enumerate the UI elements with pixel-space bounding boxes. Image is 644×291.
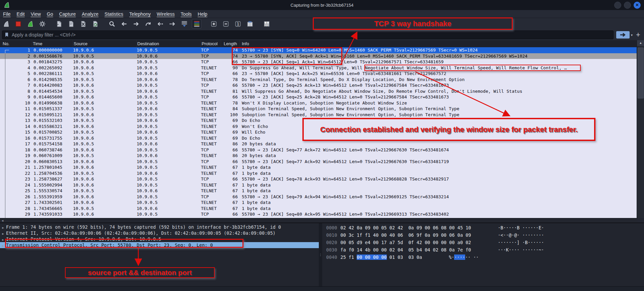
menu-view[interactable]: View xyxy=(28,11,44,17)
pane-divider-handle[interactable]: ⁞ xyxy=(319,223,322,287)
first-packet-icon[interactable] xyxy=(156,19,164,28)
zoom-in-icon[interactable] xyxy=(209,19,218,28)
detail-row[interactable]: ▶Frame 1: 74 bytes on wire (592 bits), 7… xyxy=(0,224,319,230)
menu-file[interactable]: File xyxy=(0,11,14,17)
packet-row[interactable]: 100.01499663810.9.0.610.9.0.5TELNET78Won… xyxy=(0,100,637,106)
packet-bytes-pane[interactable]: 000002 42 0a 09 00 05 02 420a 09 00 06 0… xyxy=(322,223,644,288)
packet-row[interactable]: 160.01573175510.9.0.610.9.0.5TELNET69Do … xyxy=(0,135,637,141)
column-header-no[interactable]: No. xyxy=(0,40,32,47)
packet-list-scrollbar[interactable]: ▲ ▼ xyxy=(637,40,644,218)
packet-row[interactable]: 271.74330250110.9.0.610.9.0.5TELNET671 b… xyxy=(0,200,637,206)
auto-scroll-icon[interactable] xyxy=(180,19,189,28)
capture-options-icon[interactable] xyxy=(38,19,47,28)
packet-cell-proto: TELNET xyxy=(201,106,221,112)
go-to-packet-icon[interactable] xyxy=(144,19,152,28)
reload-file-icon[interactable] xyxy=(91,19,99,28)
menu-edit[interactable]: Edit xyxy=(14,11,28,17)
apply-filter-button[interactable] xyxy=(616,31,630,39)
close-file-icon[interactable] xyxy=(79,19,87,28)
resize-columns-icon[interactable] xyxy=(245,19,254,28)
packet-row[interactable]: 150.01570085210.9.0.510.9.0.6TELNET69Wil… xyxy=(0,129,637,135)
stop-capture-icon[interactable] xyxy=(14,19,22,28)
packet-row[interactable]: 200.06083051310.9.0.610.9.0.5TCP6655780 … xyxy=(0,159,637,165)
packet-row[interactable]: 241.55500299410.9.0.610.9.0.5TELNET671 b… xyxy=(0,182,637,188)
detail-row[interactable]: ▶Transmission Control Protocol, Src Port… xyxy=(0,242,319,248)
column-header-time[interactable]: Time xyxy=(32,40,73,47)
filter-dropdown-caret[interactable]: ▾ xyxy=(631,33,633,37)
packet-cell-time: 1.258738627 xyxy=(32,176,73,182)
packet-cell-no: 22 xyxy=(7,170,32,176)
scroll-up-icon[interactable]: ▲ xyxy=(637,40,644,46)
add-filter-button[interactable]: + xyxy=(636,31,640,39)
find-packet-icon[interactable] xyxy=(108,19,116,28)
menu-capture[interactable]: Capture xyxy=(56,11,79,17)
menu-tools[interactable]: Tools xyxy=(178,11,195,17)
detail-row[interactable]: ▶Ethernet II, Src: 02:42:0a:09:00:06 (02… xyxy=(0,230,319,236)
packet-row[interactable]: 211.25780104510.9.0.610.9.0.5TELNET671 b… xyxy=(0,164,637,170)
layout-icon[interactable]: 123 xyxy=(262,19,271,28)
go-forward-icon[interactable] xyxy=(132,19,140,28)
packet-list-hscrollbar[interactable]: ◄ xyxy=(0,218,638,223)
column-header-destination[interactable]: Destination xyxy=(137,40,201,47)
zoom-out-icon[interactable] xyxy=(221,19,230,28)
column-header-source[interactable]: Source xyxy=(73,40,137,47)
minimize-button[interactable] xyxy=(614,2,621,9)
start-capture-icon[interactable] xyxy=(2,19,10,28)
zoom-reset-icon[interactable]: 1 xyxy=(233,19,242,28)
hex-row[interactable]: 004025 f1 00 00 00 00 01 0303 0a%·······… xyxy=(326,253,644,261)
menu-analyze[interactable]: Analyze xyxy=(79,11,101,17)
save-file-icon[interactable] xyxy=(67,19,75,28)
packet-row[interactable]: 281.74345666510.9.0.510.9.0.6TELNET671 b… xyxy=(0,206,637,212)
packet-row[interactable]: 170.01575415810.9.0.510.9.0.6TELNET8620 … xyxy=(0,141,637,147)
packet-row[interactable]: 190.06076100910.9.0.510.9.0.6TELNET8620 … xyxy=(0,153,637,159)
packet-row[interactable]: 120.01509512110.9.0.610.9.0.5TELNET100Su… xyxy=(0,112,637,118)
packet-row[interactable]: 50.00228611110.9.0.510.9.0.6TCP6623 → 55… xyxy=(0,71,637,77)
column-header-length[interactable]: Length xyxy=(221,40,240,47)
packet-row[interactable]: 40.00226509210.9.0.610.9.0.5TELNET90Do S… xyxy=(0,65,637,71)
hex-ascii-group2: ······~· xyxy=(522,247,544,252)
packet-row[interactable]: 60.01429853510.9.0.510.9.0.6TELNET78Do T… xyxy=(0,77,637,83)
menu-telephony[interactable]: Telephony xyxy=(126,11,154,17)
expand-triangle-icon[interactable]: ▶ xyxy=(0,243,6,249)
packet-row[interactable]: 80.01445453410.9.0.510.9.0.6TELNET81Will… xyxy=(0,88,637,94)
packet-row[interactable]: 10.00000000010.9.0.610.9.0.5TCP7455780 →… xyxy=(0,47,637,53)
packet-row[interactable]: 20.00156867610.9.0.510.9.0.6TCP7423 → 55… xyxy=(0,53,637,59)
scrollbar-thumb[interactable] xyxy=(638,48,644,98)
packet-row[interactable]: 140.01558632110.9.0.610.9.0.5TELNET69Won… xyxy=(0,124,637,130)
colorize-icon[interactable] xyxy=(192,19,201,28)
display-filter-field[interactable] xyxy=(2,30,614,39)
last-packet-icon[interactable] xyxy=(168,19,176,28)
menu-statistics[interactable]: Statistics xyxy=(101,11,126,17)
packet-row[interactable]: 130.01553210310.9.0.510.9.0.6TELNET69Do … xyxy=(0,118,637,124)
packet-row[interactable]: 90.01446560010.9.0.610.9.0.5TCP6655780 →… xyxy=(0,94,637,100)
packet-row[interactable]: 291.74359103310.9.0.610.9.0.5TCP6655780 … xyxy=(0,211,637,217)
restart-capture-icon[interactable] xyxy=(26,19,34,28)
packet-cell-time: 0.060761009 xyxy=(32,153,73,159)
packet-row[interactable]: 110.01505133710.9.0.510.9.0.6TELNET84Sub… xyxy=(0,106,637,112)
packet-row[interactable]: 70.01442008310.9.0.610.9.0.5TCP6655780 →… xyxy=(0,82,637,88)
packet-row[interactable]: 221.25870453610.9.0.510.9.0.6TELNET671 b… xyxy=(0,170,637,176)
packet-cell-proto: TCP xyxy=(201,82,221,88)
packet-row[interactable]: 30.00184327510.9.0.610.9.0.5TCP6655780 →… xyxy=(0,59,637,65)
column-header-protocol[interactable]: Protocol xyxy=(201,40,221,47)
close-button[interactable]: ✕ xyxy=(634,2,641,9)
packet-row[interactable]: 251.55533057410.9.0.510.9.0.6TELNET671 b… xyxy=(0,188,637,194)
hex-row[interactable]: 0030fa f0 14 4b 00 00 02 0405 b4 04 02 0… xyxy=(326,246,644,253)
maximize-button[interactable] xyxy=(624,2,631,9)
hex-row[interactable]: 000002 42 0a 09 00 05 02 420a 09 00 06 0… xyxy=(326,224,644,231)
menu-help[interactable]: Help xyxy=(195,11,210,17)
menu-go[interactable]: Go xyxy=(44,11,56,17)
packet-row[interactable]: 180.06073874610.9.0.610.9.0.5TCP6655780 … xyxy=(0,147,637,153)
hex-row[interactable]: 002000 05 d9 e4 00 17 a7 5d0f 42 00 00 0… xyxy=(326,239,644,246)
go-back-icon[interactable] xyxy=(120,19,128,28)
menu-wireless[interactable]: Wireless xyxy=(154,11,178,17)
packet-cell-time: 1.743591033 xyxy=(32,211,73,217)
packet-row[interactable]: 261.55539195910.9.0.610.9.0.5TCP6655780 … xyxy=(0,194,637,200)
detail-row[interactable]: ▶Internet Protocol Version 4, Src: 10.9.… xyxy=(0,236,319,242)
display-filter-input[interactable] xyxy=(11,32,613,38)
filter-bookmark-icon[interactable] xyxy=(5,32,9,38)
hex-row[interactable]: 001000 3c 1f f1 40 00 40 0606 9f 0a 09 0… xyxy=(326,231,644,239)
open-file-icon[interactable] xyxy=(55,19,63,28)
packet-row[interactable]: 231.25873862710.9.0.610.9.0.5TCP6655780 … xyxy=(0,176,637,182)
column-header-info[interactable]: Info xyxy=(240,40,637,47)
